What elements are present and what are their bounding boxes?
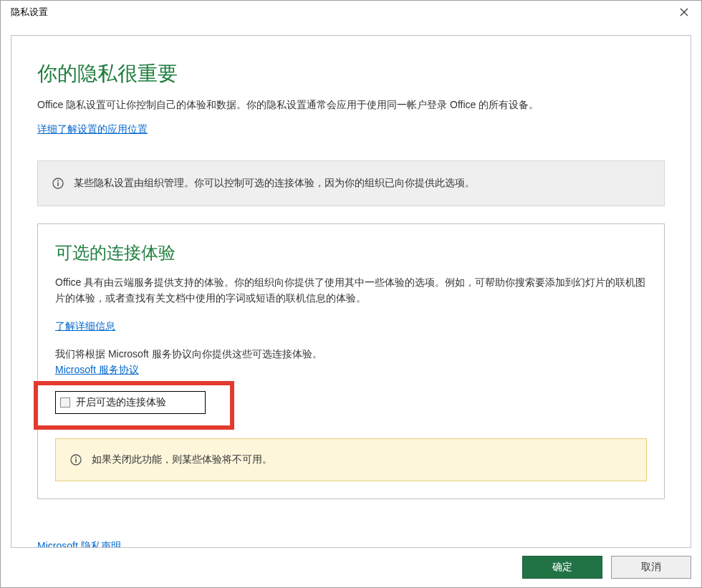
panel-description: Office 具有由云端服务提供支持的体验。你的组织向你提供了使用其中一些体验的… [55, 274, 647, 307]
service-agreement-link[interactable]: Microsoft 服务协议 [55, 364, 139, 375]
learn-more-link[interactable]: 了解详细信息 [55, 320, 115, 332]
cancel-button[interactable]: 取消 [611, 556, 691, 579]
svg-point-4 [75, 457, 77, 458]
dialog-button-row: 确定 取消 [1, 549, 701, 587]
learn-more-settings-link[interactable]: 详细了解设置的应用位置 [37, 123, 148, 135]
svg-rect-2 [57, 183, 59, 186]
info-icon [70, 454, 82, 466]
warning-text: 如果关闭此功能，则某些体验将不可用。 [92, 453, 272, 466]
enable-optional-checkbox[interactable]: 开启可选的连接体验 [55, 391, 206, 414]
checkbox-box[interactable] [60, 397, 70, 408]
ok-button[interactable]: 确定 [522, 556, 602, 579]
dialog-title: 隐私设置 [11, 6, 48, 19]
agreement-paragraph: 我们将根据 Microsoft 服务协议向你提供这些可选连接体验。 [55, 346, 647, 362]
optional-experiences-panel: 可选的连接体验 Office 具有由云端服务提供支持的体验。你的组织向你提供了使… [37, 223, 665, 499]
titlebar: 隐私设置 [1, 1, 701, 24]
warning-banner: 如果关闭此功能，则某些体验将不可用。 [55, 438, 647, 481]
content-panel: 你的隐私很重要 Office 隐私设置可让你控制自己的体验和数据。你的隐私设置通… [11, 35, 691, 548]
close-icon [680, 8, 688, 16]
panel-heading: 可选的连接体验 [55, 241, 647, 264]
svg-point-1 [57, 180, 59, 182]
privacy-statement-link[interactable]: Microsoft 隐私声明 [37, 540, 121, 548]
svg-rect-5 [75, 459, 77, 463]
privacy-settings-dialog: 隐私设置 你的隐私很重要 Office 隐私设置可让你控制自己的体验和数据。你的… [0, 0, 702, 588]
checkbox-label: 开启可选的连接体验 [76, 396, 166, 409]
content-outer: 你的隐私很重要 Office 隐私设置可让你控制自己的体验和数据。你的隐私设置通… [1, 24, 701, 549]
info-icon [52, 178, 64, 189]
privacy-description: Office 隐私设置可让你控制自己的体验和数据。你的隐私设置通常会应用于使用同… [37, 97, 665, 112]
privacy-heading: 你的隐私很重要 [37, 60, 665, 87]
org-managed-banner: 某些隐私设置由组织管理。你可以控制可选的连接体验，因为你的组织已向你提供此选项。 [37, 160, 665, 206]
footer-link-wrap: Microsoft 隐私声明 [37, 539, 665, 548]
close-button[interactable] [673, 2, 696, 22]
org-managed-text: 某些隐私设置由组织管理。你可以控制可选的连接体验，因为你的组织已向你提供此选项。 [74, 177, 475, 190]
